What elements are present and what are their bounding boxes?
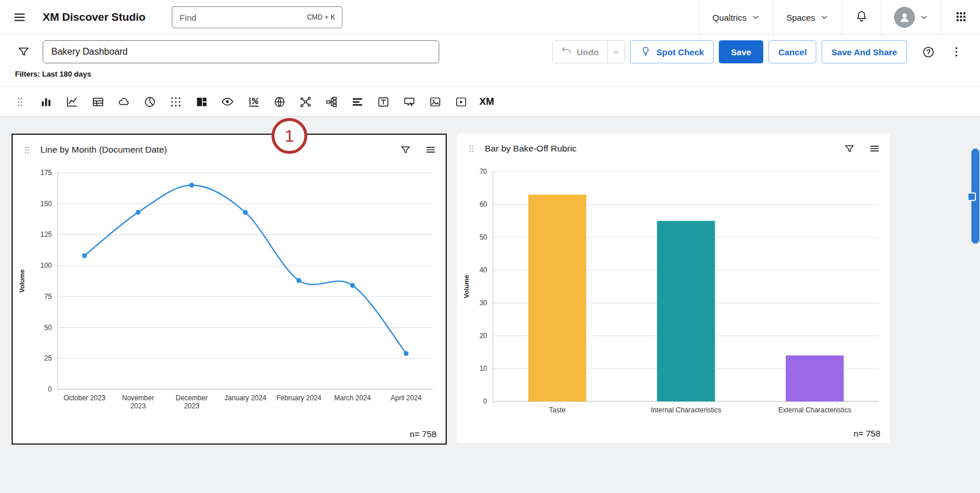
action-buttons: Undo Spot Check Save Cancel [552, 40, 907, 63]
pie-chart-icon[interactable] [137, 90, 163, 113]
account-menu[interactable] [881, 0, 941, 35]
widget-line-by-month[interactable]: Line by Month (Document Date) 0255075100… [12, 134, 447, 445]
svg-text:75: 75 [44, 293, 52, 301]
kebab-menu-icon[interactable] [947, 42, 966, 62]
widget-menu-icon[interactable] [425, 144, 436, 156]
svg-text:40: 40 [480, 266, 488, 274]
image-icon[interactable] [422, 90, 448, 113]
annotation-circle: 1 [272, 118, 307, 154]
search-input[interactable] [179, 13, 302, 22]
svg-text:25: 25 [44, 354, 52, 362]
qualtrics-menu[interactable]: Qualtrics [699, 0, 773, 35]
edit-toolbar: Undo Spot Check Save Cancel [0, 35, 980, 69]
grip-icon[interactable] [7, 90, 33, 113]
annotation-number: 1 [285, 126, 295, 146]
treemap-icon[interactable] [189, 90, 214, 113]
word-cloud-icon[interactable] [111, 90, 137, 113]
undo-button-label: Undo [576, 47, 598, 57]
spaces-menu[interactable]: Spaces [773, 0, 842, 35]
save-button[interactable]: Save [719, 40, 763, 63]
topbar: XM Discover Studio CMD + K Qualtrics Spa… [0, 0, 980, 35]
preview-icon[interactable] [214, 90, 240, 113]
spaces-menu-label: Spaces [786, 13, 815, 22]
world-map-icon[interactable] [266, 90, 292, 113]
xm-logo-text: XM [479, 96, 494, 108]
svg-text:February 2024: February 2024 [276, 394, 321, 402]
svg-text:150: 150 [40, 200, 52, 208]
network-icon[interactable] [292, 90, 318, 113]
svg-text:April 2024: April 2024 [390, 394, 421, 402]
apps-grid-icon [955, 10, 967, 25]
undo-button[interactable]: Undo [553, 41, 606, 63]
undo-history-dropdown[interactable] [607, 41, 624, 63]
undo-split-button[interactable]: Undo [552, 40, 624, 63]
widget-header-icons [400, 144, 436, 156]
spot-check-button[interactable]: Spot Check [630, 40, 714, 63]
save-button-label: Save [731, 47, 751, 57]
sample-size-label: n= 758 [854, 428, 880, 438]
widget-title: Line by Month (Document Date) [40, 145, 167, 155]
widget-filter-icon[interactable] [400, 145, 411, 156]
scrollbar-handle[interactable] [967, 192, 976, 201]
hamburger-menu-icon[interactable] [9, 7, 30, 28]
lightbulb-icon [640, 45, 651, 59]
hierarchy-icon[interactable] [318, 90, 344, 113]
qualtrics-menu-label: Qualtrics [713, 13, 747, 22]
svg-text:Internal Characteristics: Internal Characteristics [651, 406, 722, 414]
svg-text:0: 0 [483, 397, 487, 405]
filters-summary: Filters: Last 180 days [0, 69, 980, 86]
save-and-share-button[interactable]: Save And Share [821, 40, 907, 63]
notifications-button[interactable] [842, 0, 881, 35]
video-icon[interactable] [448, 90, 474, 113]
widget-header: Bar by Bake-Off Rubric [457, 134, 889, 164]
dashboard-header: Undo Spot Check Save Cancel [0, 35, 980, 87]
svg-text:March 2024: March 2024 [334, 394, 371, 402]
cancel-button[interactable]: Cancel [768, 40, 816, 63]
bar-chart[interactable]: 010203040506070VolumeTasteInternal Chara… [457, 164, 886, 420]
drag-handle-icon[interactable] [22, 145, 32, 155]
text-box-icon[interactable] [370, 90, 396, 113]
svg-text:Volume: Volume [18, 270, 25, 293]
aux-icons [918, 42, 966, 62]
heatmap-icon[interactable] [344, 90, 370, 113]
spot-check-button-label: Spot Check [657, 47, 704, 57]
global-search[interactable]: CMD + K [172, 6, 342, 28]
sample-size-label: n= 758 [410, 429, 436, 439]
help-icon[interactable] [918, 42, 938, 62]
app-switcher-button[interactable] [941, 0, 980, 35]
save-and-share-button-label: Save And Share [831, 47, 897, 57]
cancel-button-label: Cancel [778, 47, 806, 57]
label-icon[interactable] [396, 90, 422, 113]
undo-icon [561, 45, 572, 58]
topbar-left: XM Discover Studio CMD + K [0, 0, 342, 35]
widget-filter-icon[interactable] [844, 143, 855, 154]
bar-chart-icon[interactable] [33, 90, 59, 113]
app-root: XM Discover Studio CMD + K Qualtrics Spa… [0, 0, 980, 493]
svg-text:20: 20 [480, 332, 488, 340]
chevron-down-icon [751, 13, 760, 22]
bell-icon [855, 10, 868, 25]
svg-text:175: 175 [40, 169, 52, 177]
svg-text:70: 70 [480, 168, 488, 176]
line-chart[interactable]: 0255075100125150175VolumeOctober 2023Nov… [13, 165, 442, 420]
svg-text:November2023: November2023 [122, 394, 154, 410]
topbar-right: Qualtrics Spaces [699, 0, 980, 35]
dashboard-canvas: 1 Line by Month (Document Date) 0255075 [0, 117, 980, 493]
svg-text:50: 50 [480, 233, 488, 241]
widget-bar-by-rubric[interactable]: Bar by Bake-Off Rubric 010203040506070Vo… [457, 134, 889, 443]
svg-text:Volume: Volume [463, 275, 470, 298]
metric-icon[interactable] [240, 90, 266, 113]
widget-type-toolbar: XM [0, 87, 980, 117]
widget-title: Bar by Bake-Off Rubric [485, 143, 576, 154]
widget-menu-icon[interactable] [869, 143, 880, 154]
drag-handle-icon[interactable] [466, 144, 476, 154]
svg-text:60: 60 [480, 200, 488, 208]
dashboard-name-input[interactable] [43, 40, 439, 63]
line-chart-icon[interactable] [59, 90, 85, 113]
table-icon[interactable] [85, 90, 111, 113]
chevron-down-icon [919, 13, 929, 22]
scatter-icon[interactable] [163, 90, 189, 113]
dashboard-filter-icon[interactable] [14, 42, 33, 62]
svg-text:October 2023: October 2023 [63, 394, 105, 402]
xm-logo-icon[interactable]: XM [474, 90, 500, 113]
